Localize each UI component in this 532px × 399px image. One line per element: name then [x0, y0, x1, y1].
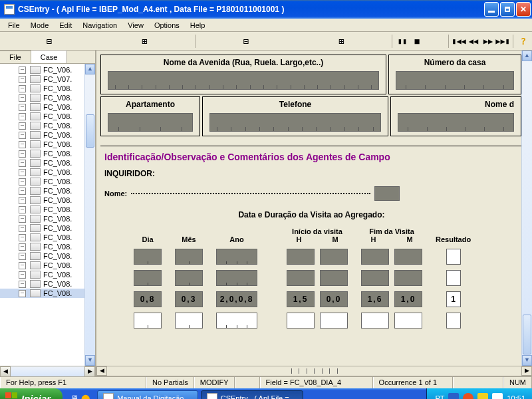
cell-fm-2[interactable]: [394, 270, 422, 286]
menu-edit[interactable]: Edit: [54, 20, 77, 31]
cell-dia-3[interactable]: 0,8: [134, 291, 162, 307]
tree-item[interactable]: FC_V08.: [0, 196, 84, 205]
cell-mes-2[interactable]: [175, 270, 203, 286]
first-icon[interactable]: ▮◀◀: [453, 35, 465, 47]
tray-icon-1[interactable]: [448, 393, 459, 399]
cell-im-2[interactable]: [320, 270, 348, 286]
ruler-right-icon[interactable]: ▶: [521, 366, 532, 376]
tray-icon-3[interactable]: [477, 393, 488, 399]
cell-mes-4[interactable]: [175, 313, 203, 329]
tree-item[interactable]: FC_V08.: [0, 84, 84, 93]
tree-item[interactable]: FC_V08.: [0, 93, 84, 102]
hscroll-right-icon[interactable]: ▶: [84, 366, 95, 377]
tree-item[interactable]: FC_V06.: [0, 65, 84, 74]
tree-item[interactable]: FC_V08.: [0, 102, 84, 112]
cell-dia-4[interactable]: [134, 313, 162, 329]
taskbar-item-manual[interactable]: Manual da Digitação ...: [97, 390, 198, 399]
start-button[interactable]: Iniciar: [0, 388, 63, 399]
tree-item[interactable]: FC_V08.: [0, 289, 84, 298]
cell-fh-1[interactable]: [361, 249, 389, 265]
quicklaunch-icon-1[interactable]: 🖥: [69, 393, 80, 399]
tree-item[interactable]: FC_V08.: [0, 186, 84, 196]
tray-icon-4[interactable]: [492, 393, 503, 399]
field-telefone[interactable]: [209, 113, 381, 132]
help-icon[interactable]: ?: [517, 35, 529, 47]
cell-fh-3[interactable]: 1,6: [361, 291, 389, 307]
fscroll-up-icon[interactable]: ▲: [522, 51, 532, 61]
cell-ano-1[interactable]: [216, 249, 257, 265]
stop-icon[interactable]: ■: [411, 35, 423, 47]
cell-res-2[interactable]: [446, 270, 461, 286]
tree-item[interactable]: FC_V08.: [0, 261, 84, 270]
tree-item[interactable]: FC_V08.: [0, 233, 84, 242]
ruler-left-icon[interactable]: ◀: [96, 366, 107, 376]
cell-dia-2[interactable]: [134, 270, 162, 286]
tree-item[interactable]: FC_V08.: [0, 149, 84, 158]
taskbar-item-csentry[interactable]: CSEntry - ( Apl File = ...: [201, 390, 303, 399]
tree-item[interactable]: FC_V08.: [0, 270, 84, 279]
cell-mes-1[interactable]: [175, 249, 203, 265]
pause-icon[interactable]: ▮▮: [396, 35, 408, 47]
minimize-button[interactable]: [484, 2, 499, 17]
tree-item[interactable]: FC_V08.: [0, 223, 84, 233]
tree-item[interactable]: FC_V08.: [0, 140, 84, 149]
cell-res-3[interactable]: 1: [446, 291, 461, 307]
tree-item[interactable]: FC_V07.: [0, 74, 84, 84]
field-nome-code[interactable]: [374, 186, 400, 201]
cell-fm-3[interactable]: 1,0: [394, 291, 422, 307]
cell-dia-1[interactable]: [134, 249, 162, 265]
cell-im-4[interactable]: [320, 313, 348, 329]
cell-ih-1[interactable]: [287, 249, 315, 265]
clock[interactable]: 10:51: [507, 394, 525, 399]
bottom-ruler[interactable]: ◀ ▶: [96, 366, 532, 376]
tree-item[interactable]: FC_V08.: [0, 112, 84, 121]
tab-file[interactable]: File: [0, 51, 31, 63]
cell-im-1[interactable]: [320, 249, 348, 265]
cell-ano-3[interactable]: 2,0,0,8: [216, 291, 257, 307]
prev-icon[interactable]: ◀◀: [467, 35, 479, 47]
fscroll-thumb[interactable]: [523, 315, 531, 354]
tree-item[interactable]: FC_V08.: [0, 205, 84, 214]
field-numero[interactable]: [396, 71, 514, 90]
maximize-button[interactable]: [500, 2, 515, 17]
cell-res-4[interactable]: [446, 313, 461, 329]
tree-icon-1[interactable]: ⊟: [200, 35, 293, 47]
tree-item[interactable]: FC_V08.: [0, 242, 84, 251]
cell-ih-4[interactable]: [287, 313, 315, 329]
menu-options[interactable]: Options: [149, 20, 185, 31]
tree-item[interactable]: FC_V08.: [0, 168, 84, 177]
menu-view[interactable]: View: [122, 20, 149, 31]
cell-fm-4[interactable]: [394, 313, 422, 329]
tree-item[interactable]: FC_V08.: [0, 279, 84, 289]
cell-ih-2[interactable]: [287, 270, 315, 286]
menu-mode[interactable]: Mode: [25, 20, 55, 31]
cell-fh-4[interactable]: [361, 313, 389, 329]
next-icon[interactable]: ▶▶: [482, 35, 494, 47]
field-avenida[interactable]: [108, 71, 379, 90]
cell-fh-2[interactable]: [361, 270, 389, 286]
tree-item[interactable]: FC_V08.: [0, 121, 84, 130]
last-icon[interactable]: ▶▶▮: [497, 35, 509, 47]
tree-item[interactable]: FC_V08.: [0, 130, 84, 140]
system-tray[interactable]: PT 10:51: [426, 388, 532, 399]
cell-im-3[interactable]: 0,0: [320, 291, 348, 307]
tree-icon-2[interactable]: ⊞: [295, 35, 388, 47]
lang-indicator[interactable]: PT: [435, 394, 444, 399]
case-tree[interactable]: FC_V06.FC_V07.FC_V08.FC_V08.FC_V08.FC_V0…: [0, 64, 84, 366]
tree-collapse-icon[interactable]: ⊟: [3, 35, 96, 47]
cell-ih-3[interactable]: 1,5: [287, 291, 315, 307]
fscroll-down-icon[interactable]: ▼: [522, 355, 532, 366]
tree-item[interactable]: FC_V08.: [0, 251, 84, 261]
scroll-down-icon[interactable]: ▼: [85, 355, 95, 366]
cell-fm-1[interactable]: [394, 249, 422, 265]
cell-res-1[interactable]: [446, 249, 461, 265]
cell-ano-4[interactable]: [216, 313, 257, 329]
hscroll-left-icon[interactable]: ◀: [0, 366, 11, 377]
field-nomed[interactable]: [398, 113, 514, 132]
tree-item[interactable]: FC_V08.: [0, 214, 84, 223]
tree-expand-icon[interactable]: ⊞: [98, 35, 192, 47]
form-vscroll[interactable]: ▲ ▼: [521, 51, 532, 366]
cell-mes-3[interactable]: 0,3: [175, 291, 203, 307]
tray-icon-2[interactable]: [463, 393, 473, 399]
tree-item[interactable]: FC_V08.: [0, 177, 84, 186]
